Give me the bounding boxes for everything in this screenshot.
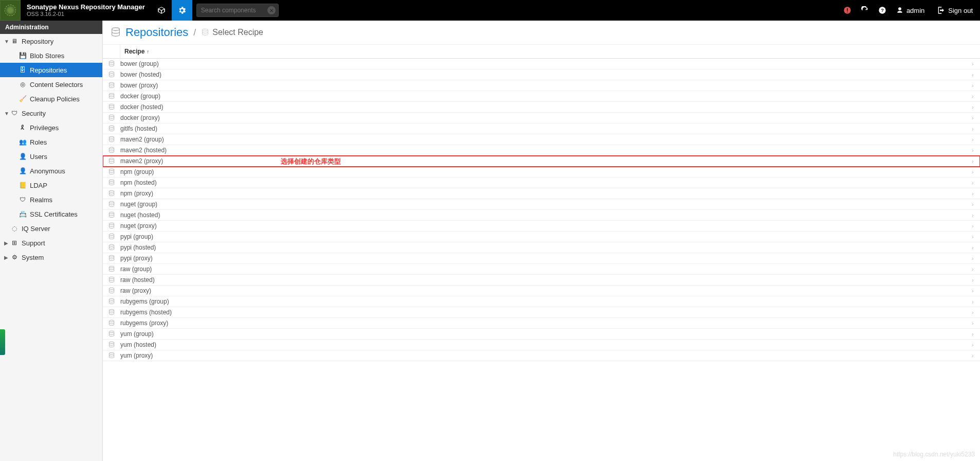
- recipe-row[interactable]: yum (group)›: [103, 329, 980, 340]
- recipe-row[interactable]: bower (group)›: [103, 59, 980, 69]
- recipe-row[interactable]: raw (group)›: [103, 264, 980, 275]
- recipe-row[interactable]: npm (hosted)›: [103, 178, 980, 188]
- sidebar-group-security[interactable]: ▼🛡Security: [0, 106, 102, 120]
- db-icon: [103, 190, 120, 197]
- sidebar-item-cleanup-policies[interactable]: 🧹Cleanup Policies: [0, 92, 102, 106]
- gears-icon: ⚙: [10, 253, 19, 261]
- user-menu[interactable]: admin: [891, 7, 930, 14]
- refresh-icon[interactable]: [856, 0, 874, 21]
- chevron-right-icon: ›: [972, 320, 980, 326]
- recipe-label: gitlfs (hosted): [120, 125, 972, 132]
- recipe-row[interactable]: bower (hosted)›: [103, 69, 980, 80]
- feedback-tab[interactable]: [0, 329, 5, 355]
- db-icon: [110, 27, 121, 38]
- recipe-row[interactable]: docker (proxy)›: [103, 113, 980, 123]
- sidebar-item-blob-stores[interactable]: 💾Blob Stores: [0, 48, 102, 63]
- sidebar-item-realms[interactable]: 🛡Realms: [0, 192, 102, 207]
- chevron-right-icon: ›: [972, 277, 980, 283]
- sidebar-item-ssl-certificates[interactable]: 📇SSL Certificates: [0, 207, 102, 221]
- search-input[interactable]: [196, 4, 279, 17]
- iq-icon: ◌: [10, 224, 19, 233]
- sidebar-group-system[interactable]: ▶⚙System: [0, 250, 102, 264]
- recipe-row[interactable]: nuget (hosted)›: [103, 210, 980, 221]
- db-icon: [103, 136, 120, 143]
- recipe-row[interactable]: raw (hosted)›: [103, 275, 980, 286]
- recipe-row[interactable]: maven2 (hosted)›: [103, 145, 980, 156]
- chevron-right-icon: ›: [972, 147, 980, 153]
- recipe-row[interactable]: docker (hosted)›: [103, 102, 980, 113]
- db-icon: [103, 179, 120, 186]
- svg-point-7: [109, 61, 114, 63]
- cert-icon: 📇: [19, 210, 27, 218]
- recipe-row[interactable]: npm (group)›: [103, 167, 980, 178]
- shield-icon: 🛡: [10, 109, 19, 117]
- signout-button[interactable]: Sign out: [930, 6, 980, 14]
- sidebar-item-repositories[interactable]: 🗄Repositories: [0, 63, 102, 77]
- db-icon: [103, 341, 120, 348]
- svg-point-26: [109, 266, 114, 268]
- db-icon: [103, 330, 120, 338]
- recipe-row[interactable]: maven2 (proxy)›: [103, 156, 980, 167]
- svg-point-30: [109, 309, 114, 311]
- db-icon: [103, 352, 120, 359]
- column-recipe[interactable]: Recipe ↑: [120, 45, 972, 58]
- admin-mode-button[interactable]: [172, 0, 192, 21]
- svg-point-21: [109, 212, 114, 214]
- alert-icon[interactable]: [839, 0, 856, 21]
- chevron-right-icon: ›: [972, 180, 980, 186]
- db-icon: [103, 114, 120, 121]
- db-icon: [103, 298, 120, 305]
- recipe-row[interactable]: docker (group)›: [103, 91, 980, 102]
- recipe-row[interactable]: rubygems (proxy)›: [103, 318, 980, 329]
- db-icon: [103, 71, 120, 78]
- recipe-row[interactable]: nuget (group)›: [103, 199, 980, 210]
- svg-point-15: [109, 147, 114, 149]
- svg-text:?: ?: [881, 8, 884, 13]
- recipe-row[interactable]: bower (proxy)›: [103, 80, 980, 91]
- recipe-label: docker (proxy): [120, 114, 972, 121]
- sidebar-item-users[interactable]: 👤Users: [0, 149, 102, 164]
- help-icon[interactable]: ?: [874, 0, 891, 21]
- svg-point-27: [109, 277, 114, 279]
- recipe-row[interactable]: pypi (group)›: [103, 232, 980, 242]
- sidebar-item-anonymous[interactable]: 👤Anonymous: [0, 164, 102, 178]
- recipe-row[interactable]: yum (hosted)›: [103, 340, 980, 350]
- sidebar-item-privileges[interactable]: 🎗Privileges: [0, 120, 102, 135]
- sidebar-item-content-selectors[interactable]: ◎Content Selectors: [0, 77, 102, 92]
- svg-point-12: [109, 115, 114, 117]
- recipe-row[interactable]: yum (proxy)›: [103, 350, 980, 361]
- sidebar-item-ldap[interactable]: 📒LDAP: [0, 178, 102, 192]
- db-icon: [103, 82, 120, 89]
- sidebar-group-support[interactable]: ▶⊞Support: [0, 236, 102, 250]
- search-clear-icon[interactable]: ✕: [267, 6, 276, 14]
- browse-mode-button[interactable]: [151, 0, 172, 21]
- sidebar-group-repository[interactable]: ▼🖥Repository: [0, 34, 102, 48]
- sidebar-item-roles[interactable]: 👥Roles: [0, 135, 102, 149]
- recipe-label: yum (hosted): [120, 341, 972, 348]
- chevron-right-icon: ›: [972, 82, 980, 88]
- breadcrumb-repositories[interactable]: Repositories: [125, 26, 188, 39]
- recipe-label: npm (hosted): [120, 179, 972, 186]
- svg-rect-2: [847, 12, 847, 12]
- recipe-row[interactable]: rubygems (group)›: [103, 296, 980, 307]
- recipe-row[interactable]: rubygems (hosted)›: [103, 307, 980, 318]
- chevron-right-icon: ›: [972, 115, 980, 121]
- ribbon-icon: 🎗: [19, 123, 27, 132]
- svg-point-19: [109, 190, 114, 192]
- recipe-label: rubygems (group): [120, 298, 972, 305]
- recipe-row[interactable]: maven2 (group)›: [103, 134, 980, 145]
- server-icon: 🖥: [10, 37, 19, 45]
- sidebar-group-iq-server[interactable]: ◌IQ Server: [0, 221, 102, 236]
- recipe-row[interactable]: pypi (hosted)›: [103, 242, 980, 253]
- recipe-row[interactable]: npm (proxy)›: [103, 188, 980, 199]
- chevron-right-icon: ›: [972, 255, 980, 261]
- recipe-row[interactable]: nuget (proxy)›: [103, 221, 980, 232]
- recipe-row[interactable]: raw (proxy)›: [103, 286, 980, 296]
- recipe-row[interactable]: pypi (proxy)›: [103, 253, 980, 264]
- svg-point-23: [109, 234, 114, 236]
- recipe-row[interactable]: gitlfs (hosted)›: [103, 123, 980, 134]
- chevron-right-icon: ›: [972, 72, 980, 78]
- chevron-right-icon: ›: [972, 266, 980, 272]
- chevron-right-icon: ›: [972, 309, 980, 315]
- recipe-label: nuget (group): [120, 201, 972, 208]
